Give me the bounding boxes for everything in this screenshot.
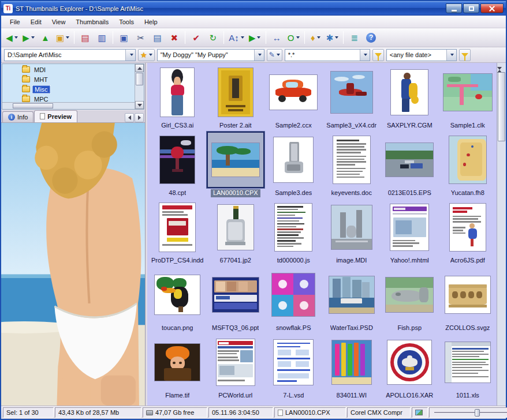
tree-horizontal-scrollbar[interactable]: [2, 102, 135, 109]
thumbnail-item[interactable]: toucan.png: [148, 267, 207, 334]
thumbnail-item[interactable]: LAN00010.CPX: [207, 132, 265, 199]
scroll-down-button[interactable]: [135, 101, 144, 109]
thumbnail-item[interactable]: snowflak.PS: [264, 267, 323, 334]
scrollbar-thumb[interactable]: [136, 73, 143, 85]
menu-file[interactable]: File: [5, 17, 25, 27]
zoom-slider[interactable]: [434, 412, 507, 414]
tree-vertical-scrollbar[interactable]: [135, 64, 144, 109]
thumbnail-frame: [159, 132, 195, 188]
menu-edit[interactable]: Edit: [25, 17, 47, 27]
help-button[interactable]: ?: [363, 30, 379, 46]
tab-scroll-right-button[interactable]: [135, 113, 144, 122]
thumbnail-item[interactable]: ZCOLLOS.svgz: [439, 267, 497, 334]
slideshow-button[interactable]: ▶: [247, 30, 263, 46]
thumbnail-item[interactable]: Sample2.ccx: [264, 64, 323, 132]
thumbnail-item[interactable]: 0213E015.EPS: [381, 132, 439, 199]
fit-size-button[interactable]: ↔: [269, 30, 285, 46]
image-icon: [415, 410, 423, 415]
tree-item-mht[interactable]: MHT: [2, 74, 135, 84]
thumbnail-frame: [331, 199, 372, 256]
thumbnail-item[interactable]: 834011.WI: [323, 334, 381, 402]
pencil-icon: ✎: [269, 51, 275, 59]
tree-item-mpc[interactable]: MPC: [2, 94, 135, 102]
scroll-up-button[interactable]: [135, 64, 144, 72]
tree-item-misc[interactable]: Misc: [2, 84, 135, 94]
thumbnail-item[interactable]: Sample3_vX4.cdr: [323, 64, 381, 132]
thumbnail-item[interactable]: APOLLO16.XAR: [381, 334, 439, 402]
copy-button[interactable]: ▣: [116, 30, 132, 46]
tab-preview[interactable]: Preview: [34, 110, 77, 122]
paste-button[interactable]: ▤: [150, 30, 165, 46]
search-options-button[interactable]: ✎: [267, 49, 282, 61]
thumbnail-item[interactable]: PCWorld.url: [207, 334, 265, 402]
back-button[interactable]: ◀: [4, 30, 20, 46]
scrollbar-thumb[interactable]: [498, 72, 505, 141]
thumbnail-item[interactable]: Acro6JS.pdf: [439, 199, 497, 267]
up-button[interactable]: ▲: [38, 30, 53, 46]
validate-button[interactable]: ✔: [188, 30, 204, 46]
delete-button[interactable]: ✖: [166, 30, 182, 46]
maximize-button[interactable]: [463, 3, 479, 13]
tab-scroll-left-button[interactable]: [125, 113, 134, 122]
tab-info[interactable]: iInfo: [2, 111, 33, 122]
refresh-button[interactable]: ↻: [205, 30, 221, 46]
thumbnail-item[interactable]: td000000.js: [264, 199, 323, 267]
menu-view[interactable]: View: [47, 17, 71, 27]
sort-button[interactable]: A↕: [227, 30, 246, 46]
thumbnail-item[interactable]: 677041.jp2: [207, 199, 265, 267]
thumbnail-item[interactable]: Fish.psp: [381, 267, 439, 334]
search-dropdown-button[interactable]: [254, 50, 264, 61]
convert-button[interactable]: ✱: [325, 30, 341, 46]
key-tool-button[interactable]: ♦: [308, 30, 323, 46]
settings-button[interactable]: ≣: [346, 30, 362, 46]
new-folder-icon: ▣: [56, 33, 64, 42]
menu-help[interactable]: Help: [139, 17, 163, 27]
path-combobox[interactable]: D:\Sample Art\Misc: [4, 49, 136, 61]
title-bar[interactable]: Ti ST Thumbnails Explorer - D:\Sample Ar…: [1, 1, 506, 16]
date-filter-combobox[interactable]: <any file date>: [386, 49, 457, 61]
thumbnail-item[interactable]: Sample3.des: [264, 132, 323, 199]
menu-tools[interactable]: Tools: [114, 17, 139, 27]
path-value: D:\Sample Art\Misc: [5, 51, 125, 58]
thumbnail-item[interactable]: image.MDI: [323, 199, 381, 267]
file-mask-dropdown-button[interactable]: [360, 50, 370, 61]
move-to-folder-button[interactable]: ▥: [94, 30, 110, 46]
zoom-slider-thumb[interactable]: [475, 409, 480, 417]
preview-pane: [1, 123, 145, 406]
thumbnail-item[interactable]: ProDTP_CS4.indd: [148, 199, 207, 267]
cut-button[interactable]: ✂: [133, 30, 148, 46]
thumbnail-item[interactable]: 48.cpt: [148, 132, 207, 199]
thumbnail-label: snowflak.PS: [276, 324, 311, 332]
thumbnail-frame: [449, 199, 486, 256]
close-button[interactable]: [480, 3, 504, 13]
thumbnail-item[interactable]: 1011.xls: [439, 334, 497, 402]
date-filter-dropdown-button[interactable]: [446, 50, 456, 61]
mask-filter-button[interactable]: [372, 49, 384, 61]
menu-thumbnails[interactable]: Thumbnails: [70, 17, 114, 27]
copy-to-folder-button[interactable]: ▤: [77, 30, 93, 46]
thumbnail-item[interactable]: 7-L.vsd: [264, 334, 323, 402]
path-dropdown-button[interactable]: [125, 50, 135, 61]
new-folder-button[interactable]: ▣: [54, 30, 71, 46]
favorites-button[interactable]: ★: [138, 49, 155, 61]
thumbnail-item[interactable]: SAXPLYR.CGM: [381, 64, 439, 132]
search-combobox[interactable]: "My Doggy" "My Puppy": [157, 49, 264, 61]
thumbnail-item[interactable]: Poster 2.ait: [207, 64, 265, 132]
thumbnail-item[interactable]: keyevents.doc: [323, 132, 381, 199]
scrollbar-thumb[interactable]: [13, 103, 53, 108]
tree-item-mdi[interactable]: MDI: [2, 65, 135, 74]
file-mask-combobox[interactable]: *.*: [285, 49, 370, 61]
forward-button[interactable]: ▶: [21, 30, 36, 46]
thumbnail-item[interactable]: Yahoo!.mhtml: [381, 199, 439, 267]
grid-vertical-scrollbar[interactable]: [497, 63, 506, 406]
o-tool-button[interactable]: O: [286, 30, 301, 46]
date-filter-button[interactable]: [459, 49, 471, 61]
tree-item-label: MPC: [32, 96, 50, 103]
thumbnail-item[interactable]: WaterTaxi.PSD: [323, 267, 381, 334]
thumbnail-item[interactable]: Sample1.clk: [439, 64, 497, 132]
thumbnail-item[interactable]: MSFTQ3_06.ppt: [207, 267, 265, 334]
thumbnail-item[interactable]: Yucatan.fh8: [439, 132, 497, 199]
thumbnail-item[interactable]: Girl_CS3.ai: [148, 64, 207, 132]
minimize-button[interactable]: [446, 3, 462, 13]
thumbnail-item[interactable]: Flame.tif: [148, 334, 207, 402]
